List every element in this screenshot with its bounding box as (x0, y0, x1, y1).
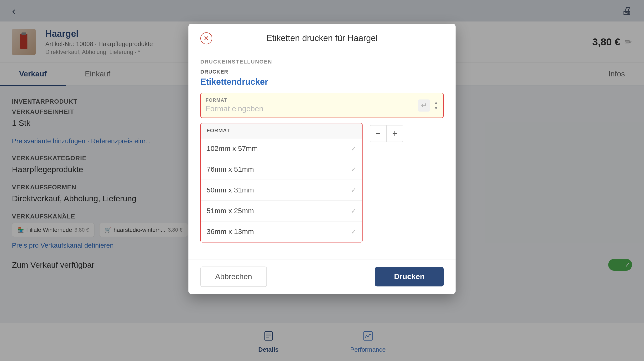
print-modal: × Etiketten drucken für Haargel DRUCKEIN… (188, 24, 456, 294)
format-option-1[interactable]: 76mm x 51mm ✓ (201, 159, 362, 180)
chevron-up-icon[interactable]: ▲ (434, 100, 438, 105)
format-label-0: 102mm x 57mm (206, 144, 258, 153)
modal-footer: Abbrechen Drucken (188, 259, 456, 294)
format-check-0: ✓ (351, 145, 356, 153)
druckeinstellungen-label: DRUCKEINSTELLUNGEN (200, 53, 444, 69)
format-chevron[interactable]: ▲ ▼ (434, 100, 438, 110)
format-option-4[interactable]: 36mm x 13mm ✓ (201, 221, 362, 242)
format-check-2: ✓ (351, 186, 356, 194)
qty-minus-button[interactable]: − (370, 125, 386, 142)
format-label: FORMAT (206, 97, 418, 103)
modal-close-button[interactable]: × (200, 32, 212, 44)
drucker-value: Etikettendrucker (200, 77, 444, 87)
format-check-3: ✓ (351, 207, 356, 215)
qty-controls: − + (370, 125, 403, 142)
chevron-down-icon[interactable]: ▼ (434, 106, 438, 110)
modal-title: Etiketten drucken für Haargel (266, 33, 378, 43)
print-button[interactable]: Drucken (375, 267, 444, 286)
drucker-label: DRUCKER (200, 69, 444, 75)
format-input-inner: FORMAT Format eingeben (206, 97, 418, 113)
format-check-1: ✓ (351, 165, 356, 173)
cancel-button[interactable]: Abbrechen (200, 266, 267, 287)
format-label-2: 50mm x 31mm (206, 186, 254, 194)
modal-body: DRUCKEINSTELLUNGEN DRUCKER Etikettendruc… (188, 53, 456, 259)
format-input-icons: ↵ ▲ ▼ (418, 99, 438, 112)
format-input[interactable]: Format eingeben (206, 104, 418, 113)
format-check-4: ✓ (351, 228, 356, 236)
format-label-1: 76mm x 51mm (206, 165, 254, 173)
modal-header: × Etiketten drucken für Haargel (188, 24, 456, 53)
format-input-wrapper[interactable]: FORMAT Format eingeben ↵ ▲ ▼ (200, 93, 444, 118)
format-option-0[interactable]: 102mm x 57mm ✓ (201, 138, 362, 159)
qty-plus-button[interactable]: + (386, 125, 403, 142)
enter-icon: ↵ (418, 99, 430, 112)
format-label-3: 51mm x 25mm (206, 207, 254, 215)
format-option-2[interactable]: 50mm x 31mm ✓ (201, 180, 362, 201)
format-label-4: 36mm x 13mm (206, 228, 254, 236)
qty-area: − + (370, 123, 403, 149)
format-dropdown: FORMAT 102mm x 57mm ✓ 76mm x 51mm ✓ 50mm… (200, 123, 362, 242)
format-option-3[interactable]: 51mm x 25mm ✓ (201, 201, 362, 221)
format-dropdown-header: FORMAT (201, 123, 362, 138)
